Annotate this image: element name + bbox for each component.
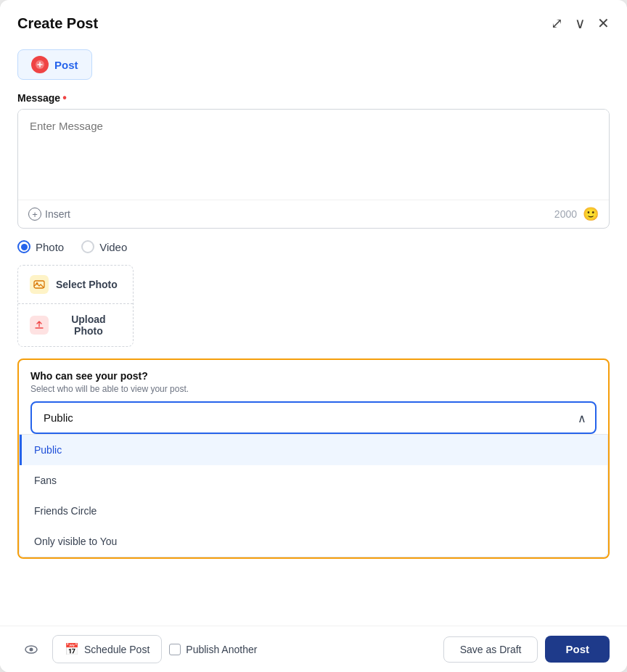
- photo-options-container: Select Photo Upload Photo: [17, 265, 134, 347]
- publish-another-checkbox-box: [169, 644, 181, 655]
- dropdown-item-fans[interactable]: Fans: [20, 465, 607, 496]
- visibility-section: Who can see your post? Select who will b…: [17, 358, 610, 559]
- post-button[interactable]: Post: [545, 636, 610, 663]
- dropdown-options: Public Fans Friends Circle Only visible …: [19, 434, 608, 557]
- insert-button[interactable]: + Insert: [28, 208, 70, 221]
- svg-point-4: [30, 647, 33, 651]
- message-footer: + Insert 2000 🙂: [18, 200, 609, 228]
- publish-another-checkbox[interactable]: Publish Another: [169, 644, 257, 655]
- save-draft-button[interactable]: Save as Draft: [443, 636, 538, 663]
- preview-button[interactable]: [17, 636, 45, 663]
- dropdown-item-friends-circle[interactable]: Friends Circle: [20, 496, 607, 526]
- modal-header: Create Post ⤢ ∨ ✕: [0, 0, 627, 41]
- radio-video[interactable]: Video: [81, 240, 127, 253]
- expand-icon[interactable]: ⤢: [551, 15, 563, 32]
- required-indicator: •: [62, 91, 67, 105]
- header-actions: ⤢ ∨ ✕: [551, 15, 610, 32]
- modal-body: Post Message • + Insert 2000 🙂: [0, 41, 627, 626]
- tab-post[interactable]: Post: [17, 49, 92, 80]
- radio-video-circle: [81, 240, 94, 253]
- char-count: 2000 🙂: [554, 206, 599, 222]
- visibility-select-wrapper: Public Fans Friends Circle Only visible …: [30, 401, 597, 434]
- message-box: + Insert 2000 🙂: [17, 109, 610, 229]
- select-photo-icon: [30, 275, 49, 294]
- message-input[interactable]: [18, 110, 609, 197]
- plus-icon: +: [28, 208, 41, 221]
- post-tab-icon: [31, 56, 49, 73]
- emoji-icon[interactable]: 🙂: [583, 206, 599, 222]
- modal-footer: 📅 Schedule Post Publish Another Save as …: [0, 626, 627, 672]
- message-label: Message •: [17, 91, 610, 105]
- post-tab-label: Post: [54, 59, 78, 71]
- radio-photo-circle: [17, 240, 30, 253]
- schedule-post-button[interactable]: 📅 Schedule Post: [52, 635, 162, 663]
- modal-title: Create Post: [17, 15, 98, 32]
- select-photo-button[interactable]: Select Photo: [18, 266, 133, 304]
- message-field-container: Message • + Insert 2000 🙂: [17, 91, 610, 229]
- tab-row: Post: [17, 49, 610, 80]
- upload-photo-button[interactable]: Upload Photo: [18, 304, 133, 346]
- visibility-select[interactable]: Public Fans Friends Circle Only visible …: [30, 401, 597, 434]
- media-type-group: Photo Video: [17, 240, 610, 253]
- create-post-modal: Create Post ⤢ ∨ ✕ Post Message: [0, 0, 627, 672]
- dropdown-item-only-you[interactable]: Only visible to You: [20, 526, 607, 557]
- close-icon[interactable]: ✕: [597, 15, 610, 32]
- visibility-subtitle: Select who will be able to view your pos…: [30, 384, 597, 394]
- footer-left: 📅 Schedule Post Publish Another: [17, 635, 435, 663]
- upload-photo-icon: [30, 316, 49, 335]
- dropdown-item-public[interactable]: Public: [20, 435, 607, 465]
- calendar-icon: 📅: [65, 642, 79, 656]
- footer-right: Save as Draft Post: [443, 636, 610, 663]
- visibility-title: Who can see your post?: [30, 370, 597, 382]
- chevron-down-icon[interactable]: ∨: [575, 15, 586, 32]
- radio-photo[interactable]: Photo: [17, 240, 64, 253]
